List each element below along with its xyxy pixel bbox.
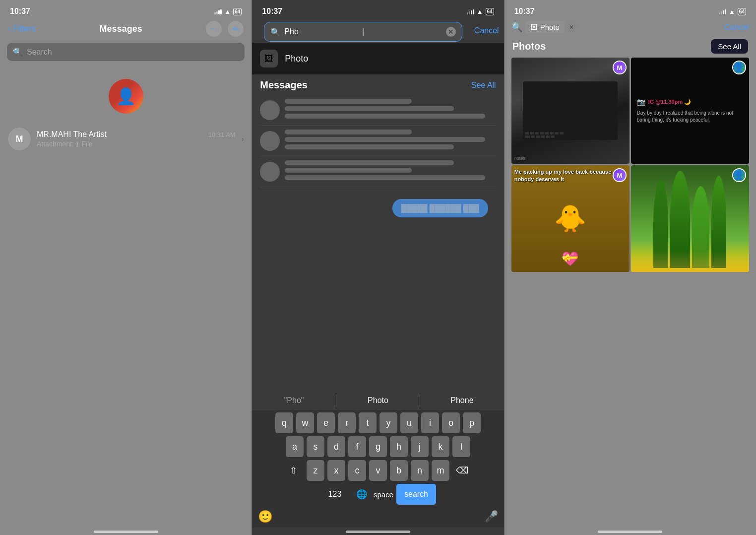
autocomplete-photo[interactable]: Photo: [336, 394, 420, 407]
page-title-left: Messages: [100, 24, 142, 34]
message-time: 10:31 AM: [208, 131, 236, 138]
key-123[interactable]: 123: [320, 484, 350, 505]
key-search[interactable]: search: [396, 484, 436, 505]
key-v[interactable]: v: [369, 460, 387, 481]
nav-icons-left: ··· ✏: [206, 21, 244, 37]
battery-icon: 64: [233, 8, 242, 15]
photo-cell-1[interactable]: notes M: [511, 58, 630, 164]
key-i[interactable]: i: [421, 412, 439, 433]
photo-laptop: notes M: [511, 58, 630, 164]
blur-line: [285, 137, 485, 142]
key-o[interactable]: o: [442, 412, 460, 433]
more-icon: ···: [211, 24, 217, 33]
key-y[interactable]: y: [379, 412, 397, 433]
key-k[interactable]: k: [432, 436, 449, 457]
key-delete[interactable]: ⌫: [452, 460, 472, 481]
clear-button-right[interactable]: ✕: [567, 22, 576, 32]
key-r[interactable]: r: [338, 412, 356, 433]
see-all-button-right[interactable]: See All: [711, 39, 748, 54]
key-h[interactable]: h: [390, 436, 408, 457]
key-q[interactable]: q: [275, 412, 293, 433]
key-shift[interactable]: ⇧: [284, 460, 304, 481]
avatar-large: 👤: [109, 79, 143, 114]
kb-bottom-row: 🙂 🎤: [254, 508, 502, 526]
compose-button[interactable]: ✏: [228, 21, 244, 37]
message-bubble: █████ ██████ ███: [392, 199, 488, 217]
blur-line: [285, 168, 411, 173]
status-bar-left: 10:37 ▲ 64: [0, 0, 252, 19]
autocomplete-quoted[interactable]: "Pho": [252, 394, 336, 407]
key-space[interactable]: space: [374, 484, 393, 505]
photo-cell-3[interactable]: 🐥 💝 Me packing up my love back because n…: [511, 165, 630, 271]
avatar-person-overlay: 👤: [733, 62, 745, 73]
key-l[interactable]: l: [452, 436, 470, 457]
key-p[interactable]: p: [463, 412, 481, 433]
search-icon-left: 🔍: [13, 47, 23, 57]
chevron-left-icon: ‹: [8, 24, 11, 34]
search-icon-mid: 🔍: [270, 27, 280, 37]
mic-icon[interactable]: 🎤: [485, 510, 498, 523]
key-n[interactable]: n: [411, 460, 429, 481]
home-indicator-left: [94, 531, 158, 533]
section-title-photos: Photos: [512, 41, 546, 52]
search-row-mid: 🔍 Pho | ✕ Cancel: [252, 19, 504, 42]
keyboard: q w e r t y u i o p a s d f g h j k l ⇧ …: [252, 409, 504, 528]
key-j[interactable]: j: [411, 436, 429, 457]
key-t[interactable]: t: [359, 412, 377, 433]
key-g[interactable]: g: [369, 436, 387, 457]
key-x[interactable]: x: [327, 460, 345, 481]
blur-line: [285, 144, 453, 149]
status-icons-mid: ▲ 64: [467, 8, 494, 15]
suggestion-row[interactable]: 🖼 Photo: [252, 43, 504, 74]
blur-line: [285, 130, 411, 134]
time-right: 10:37: [514, 7, 535, 16]
key-row-1: q w e r t y u i o p: [254, 412, 502, 433]
blurred-messages: [252, 93, 504, 189]
contact-avatar-area: 👤: [0, 67, 252, 122]
avatar-overlay-2: 👤: [732, 61, 746, 74]
photo-duck: 🐥 💝 Me packing up my love back because n…: [511, 165, 630, 271]
heart-emoji: 💝: [562, 251, 579, 267]
section-title-messages: Messages: [260, 79, 308, 91]
key-f[interactable]: f: [348, 436, 366, 457]
cancel-button-right[interactable]: Cancel: [724, 23, 749, 32]
trees-image: [631, 165, 749, 271]
search-input-mid[interactable]: 🔍 Pho | ✕: [264, 22, 462, 42]
key-row-4: 123 🌐 space search: [254, 484, 502, 505]
blur-line: [285, 106, 453, 111]
bubble-area: █████ ██████ ███: [252, 193, 504, 223]
message-row[interactable]: M MR.MAHI The Artist 10:31 AM Attachment…: [0, 122, 252, 156]
avatar-m-overlay: M: [614, 62, 626, 73]
key-b[interactable]: b: [390, 460, 408, 481]
photo-cell-4[interactable]: 👤: [631, 165, 749, 271]
back-button[interactable]: ‹ Filters: [8, 24, 36, 34]
ig-icon: 📷: [637, 98, 645, 106]
emoji-icon[interactable]: 🙂: [258, 510, 273, 524]
key-d[interactable]: d: [327, 436, 345, 457]
status-icons-right: ▲ 64: [719, 8, 746, 15]
key-z[interactable]: z: [307, 460, 324, 481]
key-e[interactable]: e: [317, 412, 335, 433]
key-emoji[interactable]: 🌐: [353, 484, 371, 505]
key-w[interactable]: w: [296, 412, 314, 433]
autocomplete-phone[interactable]: Phone: [420, 394, 504, 407]
blur-line: [285, 99, 411, 104]
blurred-row-3: [260, 156, 496, 187]
key-c[interactable]: c: [348, 460, 366, 481]
key-u[interactable]: u: [400, 412, 418, 433]
key-m[interactable]: m: [432, 460, 449, 481]
key-a[interactable]: a: [286, 436, 304, 457]
photo-cell-2[interactable]: 📷 IG @11.30pm 🌙 Day by day I realized th…: [631, 58, 749, 164]
dark-text-image: 📷 IG @11.30pm 🌙 Day by day I realized th…: [631, 58, 749, 164]
search-bar-left[interactable]: 🔍 Search: [7, 43, 245, 61]
blur-avatar-3: [260, 162, 280, 182]
clear-button-mid[interactable]: ✕: [446, 27, 456, 37]
key-s[interactable]: s: [307, 436, 324, 457]
laptop-image: notes: [511, 58, 630, 164]
signal-icon-mid: [467, 8, 474, 14]
more-button[interactable]: ···: [206, 21, 222, 37]
see-all-button-mid[interactable]: See All: [471, 81, 496, 90]
time-left: 10:37: [10, 7, 30, 16]
contact-name: MR.MAHI The Artist: [37, 130, 107, 139]
cancel-button-mid[interactable]: Cancel: [474, 26, 499, 35]
